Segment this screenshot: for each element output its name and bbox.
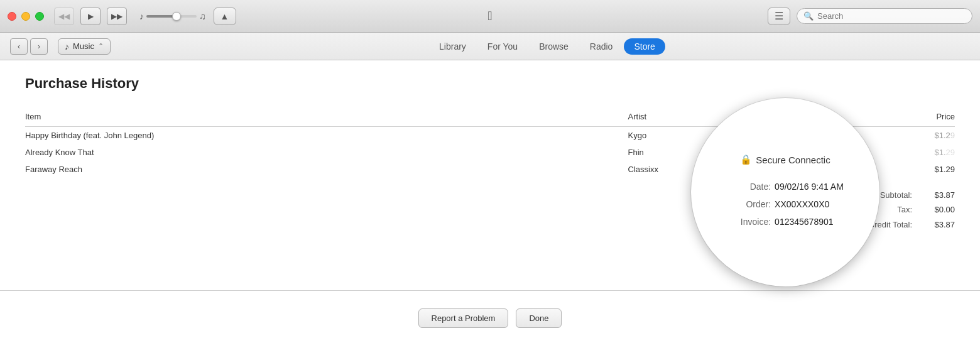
search-bar[interactable]: 🔍 bbox=[797, 8, 972, 24]
main-content: Purchase History Item Artist Type Price … bbox=[0, 60, 980, 338]
credit-value: $3.87 bbox=[917, 217, 955, 232]
invoice-row: Invoice: 012345678901 bbox=[727, 213, 844, 231]
invoice-label: Invoice: bbox=[727, 213, 771, 231]
volume-slider[interactable] bbox=[146, 15, 197, 18]
item-name-1: Already Know That bbox=[25, 144, 628, 161]
close-button[interactable] bbox=[8, 12, 16, 21]
report-problem-button[interactable]: Report a Problem bbox=[418, 308, 509, 328]
item-price-0: $1.29 bbox=[859, 127, 955, 144]
col-header-item: Item bbox=[25, 107, 628, 127]
forward-icon: › bbox=[38, 42, 40, 51]
minimize-button[interactable] bbox=[21, 12, 30, 21]
play-icon: ▶ bbox=[88, 12, 94, 21]
titlebar: ◀◀ ▶ ▶▶ ♪ ♫ ▲  ☰ 🔍 bbox=[0, 0, 980, 33]
order-label: Order: bbox=[727, 195, 771, 213]
back-icon: ‹ bbox=[18, 42, 20, 51]
subtotal-label: Subtotal: bbox=[880, 188, 912, 202]
back-button[interactable]: ‹ bbox=[10, 38, 28, 55]
item-price-1: $1.29 bbox=[859, 144, 955, 161]
order-row: Order: XX00XXX0X0 bbox=[727, 195, 844, 213]
music-selector-label: Music bbox=[73, 41, 94, 51]
secure-connection-header: 🔒 Secure Connectic bbox=[727, 154, 844, 165]
item-name-0: Happy Birthday (feat. John Legend) bbox=[25, 127, 628, 144]
date-label: Date: bbox=[727, 178, 771, 195]
music-selector[interactable]: ♪ Music ⌃ bbox=[58, 38, 111, 55]
date-value: 09/02/16 9:41 AM bbox=[775, 178, 844, 195]
nav-tabs: Library For You Browse Radio Store bbox=[429, 38, 665, 55]
footer-actions: Report a Problem Done bbox=[0, 301, 980, 338]
item-name-2: Faraway Reach bbox=[25, 161, 628, 178]
list-view-icon: ☰ bbox=[775, 10, 783, 22]
playback-controls: ◀◀ ▶ ▶▶ bbox=[54, 8, 127, 25]
rewind-icon: ◀◀ bbox=[58, 12, 70, 21]
search-icon: 🔍 bbox=[803, 11, 814, 21]
tab-store[interactable]: Store bbox=[624, 38, 665, 55]
secure-connection-popup: 🔒 Secure Connectic Date: 09/02/16 9:41 A… bbox=[691, 98, 879, 286]
volume-high-icon: ♫ bbox=[199, 11, 206, 21]
tax-value: $0.00 bbox=[917, 202, 955, 217]
done-button[interactable]: Done bbox=[516, 308, 562, 328]
tab-radio[interactable]: Radio bbox=[580, 38, 623, 55]
tab-for-you[interactable]: For You bbox=[477, 38, 528, 55]
navbar: ‹ › ♪ Music ⌃ Library For You Browse Rad… bbox=[0, 33, 980, 60]
invoice-value: 012345678901 bbox=[775, 213, 833, 231]
chevron-down-icon: ⌃ bbox=[98, 42, 104, 50]
subtotal-value: $3.87 bbox=[917, 188, 955, 202]
airplay-icon: ▲ bbox=[220, 11, 229, 21]
music-note-icon: ♪ bbox=[65, 41, 69, 52]
fullscreen-button[interactable] bbox=[35, 12, 44, 21]
volume-low-icon: ♪ bbox=[139, 11, 144, 21]
titlebar-center:  bbox=[487, 9, 492, 23]
titlebar-right: ☰ 🔍 bbox=[768, 8, 972, 25]
order-value: XX00XXX0X0 bbox=[775, 195, 829, 213]
popup-content: 🔒 Secure Connectic Date: 09/02/16 9:41 A… bbox=[714, 141, 856, 243]
play-button[interactable]: ▶ bbox=[80, 8, 101, 25]
volume-control: ♪ ♫ bbox=[139, 11, 206, 21]
secure-connection-label: Secure Connectic bbox=[756, 155, 830, 165]
col-header-price: Price bbox=[859, 107, 955, 127]
volume-thumb[interactable] bbox=[172, 12, 181, 21]
divider bbox=[0, 290, 980, 291]
apple-logo-icon:  bbox=[487, 9, 492, 23]
nav-arrows: ‹ › bbox=[10, 38, 48, 55]
traffic-lights bbox=[8, 12, 44, 21]
tab-library[interactable]: Library bbox=[429, 38, 476, 55]
tax-label: Tax: bbox=[897, 202, 912, 217]
lock-icon: 🔒 bbox=[740, 154, 752, 165]
rewind-button[interactable]: ◀◀ bbox=[54, 8, 74, 25]
info-table: Date: 09/02/16 9:41 AM Order: XX00XXX0X0… bbox=[727, 178, 844, 231]
search-input[interactable] bbox=[817, 11, 966, 21]
airplay-button[interactable]: ▲ bbox=[214, 8, 236, 25]
tab-browse[interactable]: Browse bbox=[529, 38, 579, 55]
forward-button[interactable]: › bbox=[30, 38, 48, 55]
list-view-button[interactable]: ☰ bbox=[768, 8, 790, 25]
fast-forward-icon: ▶▶ bbox=[111, 12, 122, 21]
page-title: Purchase History bbox=[25, 75, 955, 92]
fast-forward-button[interactable]: ▶▶ bbox=[107, 8, 127, 25]
date-row: Date: 09/02/16 9:41 AM bbox=[727, 178, 844, 195]
